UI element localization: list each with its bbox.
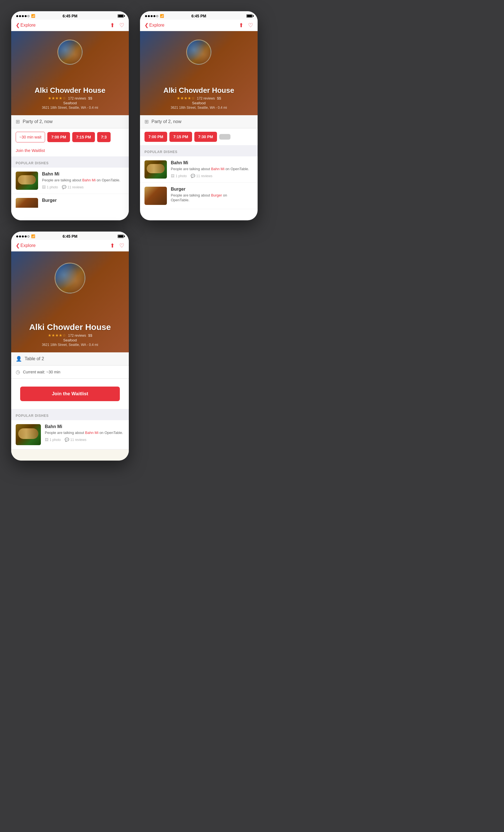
battery-area — [118, 14, 124, 18]
comment-icon-1: 💬 — [62, 185, 66, 189]
signal-dot-2 — [19, 15, 21, 17]
time-btn-730-1[interactable]: 7:3 — [97, 132, 111, 142]
time-btn-empty-2 — [219, 134, 230, 139]
hero-meta-3: ★★★★☆ 172 reviews $$ — [48, 333, 92, 338]
status-time: 6:45 PM — [63, 14, 78, 18]
signal-dot-5 — [27, 15, 29, 17]
time-btn-715-2[interactable]: 7:15 PM — [169, 132, 192, 142]
restaurant-avatar-1 — [57, 40, 83, 65]
dish-desc-bahnmi-1: People are talking about Bahn Mi on Open… — [42, 178, 124, 183]
party-row-2[interactable]: ⊞ Party of 2, now — [140, 115, 258, 128]
dish-reviews-3: 💬 11 reviews — [65, 438, 86, 442]
photo-icon-1: 🖼 — [42, 185, 46, 189]
table-row-3[interactable]: 👤 Table of 2 — [11, 353, 129, 366]
battery-area-2 — [246, 14, 253, 18]
wait-text-3: Current wait: ~30 min — [23, 370, 60, 374]
person-icon-3: 👤 — [16, 356, 22, 362]
party-row-1[interactable]: ⊞ Party of 2, now — [11, 115, 129, 128]
dish-desc-text-1: People are talking about — [42, 178, 82, 182]
back-button-2[interactable]: ❮ Explore — [144, 22, 164, 28]
time-btn-700-2[interactable]: 7:00 PM — [144, 132, 167, 142]
heart-icon[interactable]: ♡ — [119, 22, 124, 29]
dish-meta-bahnmi-3: 🖼 1 photo 💬 11 reviews — [45, 438, 124, 442]
dish-info-bahnmi-1: Bahn Mi People are talking about Bahn Mi… — [42, 172, 124, 189]
phone-3: 📶 6:45 PM ❮ Explore ⬆ ♡ — [11, 232, 129, 461]
time-btn-715-1[interactable]: 7:15 PM — [72, 132, 95, 142]
dish-image-bahnmi-1 — [16, 172, 38, 190]
dish-link-bahnmi-3[interactable]: Bahn Mi — [85, 431, 99, 435]
battery-area-3 — [118, 235, 124, 238]
party-text-2: Party of 2, now — [151, 119, 181, 124]
status-time-2: 6:45 PM — [192, 14, 206, 18]
dish-reviews-2: 💬 11 reviews — [191, 174, 212, 178]
category-3: Seafood — [63, 338, 77, 342]
category-2: Seafood — [192, 101, 205, 105]
share-icon-2[interactable]: ⬆ — [239, 22, 244, 29]
time-btn-730-2[interactable]: 7:30 PM — [194, 132, 217, 142]
dish-name-bahnmi-1: Bahn Mi — [42, 172, 124, 177]
dish-link-burger-2[interactable]: Burger — [211, 193, 222, 197]
restaurant-name-2: Alki Chowder House — [164, 86, 234, 95]
dish-desc-text-2: on OpenTable. — [96, 178, 120, 182]
dish-item-bahnmi-3: Bahn Mi People are talking about Bahn Mi… — [11, 420, 129, 449]
booking-row-1: ~30 min wait 7:00 PM 7:15 PM 7:3 — [11, 128, 129, 146]
signal-area-3: 📶 — [16, 234, 35, 238]
dish-desc-bahnmi-3: People are talking about Bahn Mi on Open… — [45, 430, 124, 435]
wifi-icon-3: 📶 — [31, 234, 35, 238]
price-3: $$ — [88, 333, 92, 338]
dish-photos-3: 🖼 1 photo — [45, 438, 61, 442]
section-title-1: POPULAR DISHES — [16, 161, 49, 165]
waitlist-link-1: Join the Waitlist — [11, 146, 129, 156]
nav-actions-2: ⬆ ♡ — [239, 22, 253, 29]
signal-dot-3 — [22, 15, 24, 17]
photo-icon-2: 🖼 — [171, 174, 174, 178]
comment-icon-2: 💬 — [191, 174, 195, 178]
category-1: Seafood — [63, 101, 77, 105]
price-1: $$ — [88, 96, 92, 100]
address-1: 3621 18th Street, Seattle, WA - 0.4 mi — [42, 106, 98, 110]
reviews-1: 172 reviews — [68, 97, 86, 100]
dish-image-burger-1 — [16, 198, 38, 216]
signal-dot-1 — [16, 15, 18, 17]
time-btn-700-1[interactable]: 7:00 PM — [47, 132, 70, 142]
popular-dishes-header-2: POPULAR DISHES — [140, 145, 258, 156]
heart-icon-3[interactable]: ♡ — [119, 242, 124, 249]
back-button-1[interactable]: ❮ Explore — [16, 22, 35, 28]
table-icon-1: ⊞ — [16, 119, 20, 125]
price-2: $$ — [217, 96, 221, 100]
share-icon[interactable]: ⬆ — [110, 22, 115, 29]
heart-icon-2[interactable]: ♡ — [248, 22, 253, 29]
status-bar-3: 📶 6:45 PM — [11, 232, 129, 240]
reviews-3: 172 reviews — [68, 334, 86, 338]
dish-name-burger-1: Burger — [42, 198, 124, 203]
wait-button-1[interactable]: ~30 min wait — [16, 132, 45, 142]
dish-photos-1: 🖼 1 photo — [42, 185, 58, 189]
share-icon-3[interactable]: ⬆ — [110, 242, 115, 249]
wifi-icon-2: 📶 — [160, 14, 164, 18]
dish-link-bahnmi-1[interactable]: Bahn Mi — [82, 178, 96, 182]
dish-name-burger-2: Burger — [171, 187, 253, 192]
dish-item-bahnmi-1: Bahn Mi People are talking about Bahn Mi… — [11, 167, 129, 194]
section-title-3: POPULAR DISHES — [16, 414, 49, 418]
waitlist-cta-3[interactable]: Join the Waitlist — [20, 387, 120, 401]
status-time-3: 6:45 PM — [63, 234, 78, 238]
dish-item-burger-1: Burger — [11, 194, 129, 220]
dish-desc-bahnmi-2: People are talking about Bahn Mi on Open… — [171, 166, 253, 172]
nav-bar-3: ❮ Explore ⬆ ♡ — [11, 240, 129, 252]
dish-image-bahnmi-2 — [144, 160, 167, 179]
dish-link-bahnmi-2[interactable]: Bahn Mi — [211, 167, 225, 171]
dish-reviews-1: 💬 11 reviews — [62, 185, 83, 189]
back-button-3[interactable]: ❮ Explore — [16, 242, 35, 249]
stars-3: ★★★★☆ — [48, 333, 66, 338]
address-3: 3621 18th Street, Seattle, WA - 0.4 mi — [42, 343, 98, 347]
hero-1: Alki Chowder House ★★★★☆ 172 reviews $$ … — [11, 31, 129, 115]
nav-bar-1: ❮ Explore ⬆ ♡ — [11, 20, 129, 31]
dish-meta-bahnmi-1: 🖼 1 photo 💬 11 reviews — [42, 185, 124, 189]
nav-bar-2: ❮ Explore ⬆ ♡ — [140, 20, 258, 31]
chevron-left-icon-2: ❮ — [144, 22, 149, 28]
waitlist-link-text-1[interactable]: Join the Waitlist — [16, 148, 45, 153]
waitlist-cta-text-3: Join the Waitlist — [52, 391, 88, 396]
popular-dishes-header-3: POPULAR DISHES — [11, 409, 129, 420]
comment-icon-3: 💬 — [65, 438, 69, 442]
party-text-1: Party of 2, now — [23, 119, 53, 124]
